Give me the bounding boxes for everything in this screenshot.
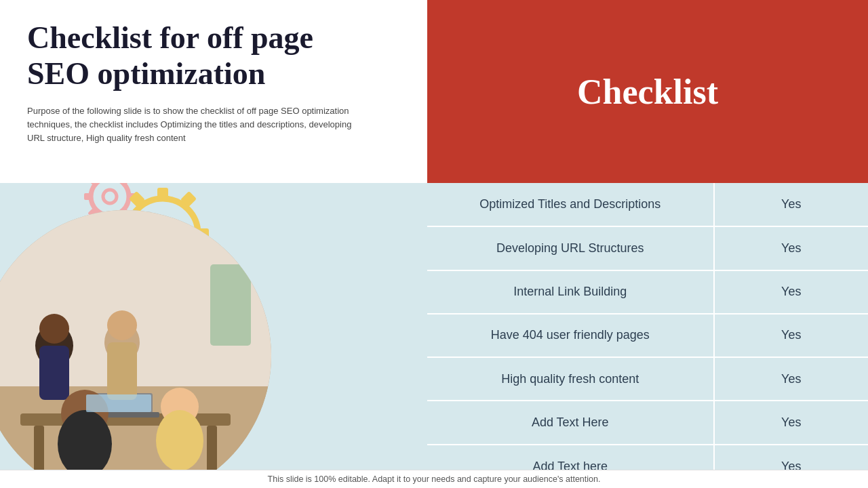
left-image-panel [0, 183, 427, 488]
svg-point-30 [39, 314, 69, 344]
svg-rect-5 [84, 193, 92, 200]
svg-rect-23 [210, 264, 251, 346]
table-row: Have 404 user friendly pagesYes [427, 314, 868, 357]
footer-bar: This slide is 100% editable. Adapt it to… [0, 470, 868, 488]
checklist-item-status: Yes [714, 314, 869, 357]
svg-rect-34 [107, 342, 137, 400]
checklist-item-name: Internal Link Building [427, 270, 714, 314]
checklist-table: Optimized Titles and DescriptionsYesDeve… [427, 183, 868, 488]
checklist-item-status: Yes [714, 357, 869, 401]
svg-rect-26 [207, 426, 217, 473]
photo-circle [0, 210, 271, 488]
svg-rect-39 [86, 394, 151, 412]
checklist-table-panel: Optimized Titles and DescriptionsYesDeve… [427, 183, 868, 488]
checklist-item-name: Add Text Here [427, 401, 714, 444]
checklist-item-status: Yes [714, 183, 869, 226]
svg-point-38 [156, 410, 203, 471]
svg-rect-25 [34, 426, 44, 473]
svg-rect-12 [157, 188, 168, 200]
left-top-panel: Checklist for off page SEO optimization … [0, 0, 427, 183]
main-description: Purpose of the following slide is to sho… [27, 104, 353, 145]
svg-point-36 [58, 410, 112, 478]
table-row: Optimized Titles and DescriptionsYes [427, 183, 868, 226]
checklist-item-name: Optimized Titles and Descriptions [427, 183, 714, 226]
table-row: High quality fresh contentYes [427, 357, 868, 401]
bottom-section: Optimized Titles and DescriptionsYesDeve… [0, 183, 868, 488]
checklist-item-status: Yes [714, 401, 869, 444]
table-row: Add Text HereYes [427, 401, 868, 444]
checklist-item-status: Yes [714, 226, 869, 270]
checklist-item-name: High quality fresh content [427, 357, 714, 401]
main-title: Checklist for off page SEO optimization [27, 20, 400, 92]
checklist-item-name: Developing URL Structures [427, 226, 714, 270]
table-row: Developing URL StructuresYes [427, 226, 868, 270]
checklist-header-label: Checklist [577, 72, 718, 112]
table-row: Internal Link BuildingYes [427, 270, 868, 314]
slide: Checklist for off page SEO optimization … [0, 0, 868, 488]
checklist-item-name: Have 404 user friendly pages [427, 314, 714, 357]
svg-point-1 [103, 190, 117, 203]
svg-point-33 [107, 310, 137, 340]
svg-rect-31 [39, 346, 69, 400]
checklist-item-status: Yes [714, 270, 869, 314]
footer-text: This slide is 100% editable. Adapt it to… [268, 474, 601, 484]
top-section: Checklist for off page SEO optimization … [0, 0, 868, 183]
right-top-panel: Checklist [427, 0, 868, 183]
